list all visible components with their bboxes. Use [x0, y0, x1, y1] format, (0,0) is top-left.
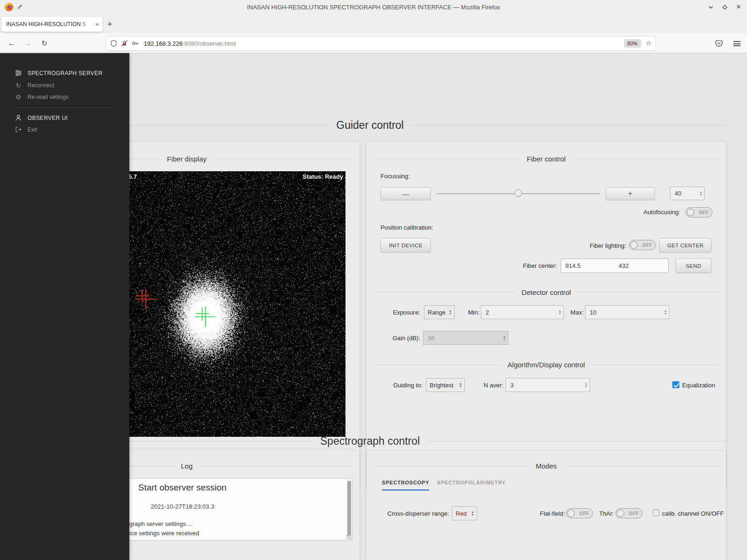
exposure-min-spinner[interactable]: ▴▾	[557, 306, 564, 319]
fiber-lighting-toggle-knob	[630, 241, 638, 249]
new-tab-icon[interactable]: +	[107, 21, 113, 28]
fiber-center-x-field[interactable]	[561, 259, 615, 273]
spectrograph-control-title: Spectrograph control	[320, 435, 420, 448]
select-arrows-icon: ▴▾	[472, 511, 473, 516]
equalization-checkbox[interactable]	[672, 381, 679, 388]
sidebar-item-reconnect[interactable]: ↻ Reconnect	[15, 82, 54, 89]
exposure-mode-value: Range	[428, 309, 445, 316]
insecure-lock-icon[interactable]	[121, 40, 128, 47]
log-scrollbar[interactable]	[346, 479, 352, 539]
log-timestamp: 2021-10-27T16:23:03.3	[151, 503, 214, 510]
max-label: Max:	[571, 309, 584, 316]
flat-field-toggle[interactable]: OFF	[566, 508, 593, 518]
focus-plus-button[interactable]: +	[606, 187, 655, 200]
log-line: ice settings were received	[129, 530, 199, 537]
sidebar-item-exit[interactable]: Exit	[15, 126, 37, 133]
log-resize-handle-icon[interactable]	[346, 534, 352, 539]
fiber-center-y-field[interactable]	[614, 259, 669, 273]
get-center-button[interactable]: GET CENTER	[659, 238, 712, 252]
url-path: :8080/observer.html	[183, 40, 236, 47]
fiber-lighting-label: Fiber lighting:	[590, 242, 626, 249]
sidebar-ui-header-label: OBSERVER UI	[28, 115, 68, 121]
flat-field-toggle-knob	[567, 510, 575, 517]
n-aver-spinner[interactable]: ▴▾	[583, 378, 590, 392]
exposure-max-input[interactable]	[585, 306, 662, 319]
maximize-icon[interactable]	[721, 3, 728, 11]
send-button[interactable]: SEND	[676, 259, 712, 273]
n-aver-input[interactable]	[506, 378, 583, 392]
fiber-center-label: Fiber center:	[523, 262, 557, 269]
exposure-min-input[interactable]	[481, 306, 557, 319]
fiber-center-y-input[interactable]	[614, 259, 668, 273]
menu-hamburger-icon[interactable]	[733, 41, 740, 46]
exposure-min-field[interactable]: ▴▾	[481, 305, 564, 319]
sidebar-item-label: Exit	[28, 126, 37, 133]
focus-minus-label: —	[402, 190, 409, 198]
forward-icon[interactable]: →	[21, 34, 35, 53]
n-aver-field[interactable]: ▴▾	[506, 378, 590, 392]
fiber-center-x-input[interactable]	[561, 259, 614, 273]
url-text[interactable]: 192.168.3.226:8080/observer.html	[144, 40, 624, 47]
calib-channel-checkbox[interactable]	[653, 510, 659, 516]
bookmark-star-icon[interactable]: ☆	[646, 39, 652, 48]
zoom-level-badge[interactable]: 80%	[624, 39, 641, 48]
tab-close-icon[interactable]: ×	[92, 21, 99, 28]
focus-minus-button[interactable]: —	[381, 187, 431, 200]
cross-disperser-select[interactable]: Red ▴▾	[452, 506, 477, 520]
minimize-icon[interactable]	[707, 3, 714, 11]
fiber-camera-image[interactable]: 55.7 Status: Ready	[93, 171, 345, 437]
back-icon[interactable]: ←	[5, 34, 19, 53]
gain-spinner: ▴▾	[501, 331, 508, 344]
pocket-icon[interactable]	[715, 39, 723, 48]
exposure-max-spinner[interactable]: ▴▾	[662, 306, 669, 319]
app-sidebar: SPECTROGRAPH SERVER ↻ Reconnect ⚙ Re-rea…	[0, 53, 129, 560]
thar-toggle-knob	[617, 510, 624, 517]
sidebar-item-reread-settings[interactable]: ⚙ Re-read settings	[15, 93, 69, 100]
log-entry-title: Start observer session	[138, 483, 226, 493]
calib-channel-label: calib. channel ON/OFF	[662, 510, 724, 517]
exposure-max-field[interactable]: ▴▾	[585, 305, 669, 319]
focus-spinner[interactable]: ▴▾	[698, 187, 704, 200]
focus-slider[interactable]	[437, 193, 600, 194]
url-bar[interactable]: 192.168.3.226:8080/observer.html 80% ☆	[106, 36, 655, 50]
tab-spectropolarimetry[interactable]: SPECTROPOLARIMETRY	[437, 480, 506, 490]
log-legend-text: Log	[181, 462, 192, 470]
flat-field-state: OFF	[575, 511, 589, 516]
reconnect-refresh-icon: ↻	[15, 82, 22, 89]
focus-value-field[interactable]: ▴▾	[670, 187, 705, 200]
detector-control-legend-text: Detector control	[521, 288, 571, 296]
tab-spectroscopy[interactable]: SPECTROSCOPY	[382, 480, 429, 490]
tab-title: INASAN HIGH-RESOLUTION S	[6, 21, 92, 28]
log-scrollbar-thumb[interactable]	[347, 481, 351, 536]
modes-card: Modes SPECTROSCOPY SPECTROPOLARIMETRY Cr…	[366, 451, 726, 560]
sidebar-divider	[15, 107, 116, 108]
guiding-to-label: Guiding to:	[393, 382, 423, 389]
firefox-window: INASAN HIGH-RESOLUTION SPECTROGRAPH OBSE…	[0, 0, 747, 560]
key-icon[interactable]	[132, 40, 139, 47]
exposure-mode-select[interactable]: Range ▴▾	[424, 305, 455, 319]
init-device-button[interactable]: INIT DEVICE	[381, 238, 431, 252]
algorithm-control-legend: Algorithm/Display control	[374, 361, 719, 369]
min-label: Min:	[468, 309, 479, 316]
sidebar-header-spectrograph-server: SPECTROGRAPH SERVER	[15, 70, 103, 77]
cross-disperser-label: Cross-disperser range:	[388, 510, 449, 517]
shield-icon[interactable]	[110, 40, 117, 47]
focus-slider-knob[interactable]	[514, 189, 522, 197]
focus-value-input[interactable]	[670, 187, 698, 200]
tab-bar: INASAN HIGH-RESOLUTION S × +	[0, 14, 747, 34]
reload-icon[interactable]: ↻	[37, 34, 51, 53]
exposure-label: Exposure:	[393, 309, 420, 316]
autofocusing-toggle[interactable]: OFF	[685, 207, 712, 217]
thar-toggle[interactable]: OFF	[615, 508, 642, 518]
gain-label: Gain (dB):	[393, 335, 420, 342]
init-device-label: INIT DEVICE	[389, 243, 423, 248]
window-title: INASAN HIGH-RESOLUTION SPECTROGRAPH OBSE…	[0, 4, 747, 11]
close-window-icon[interactable]: ×	[735, 3, 742, 11]
fiber-lighting-toggle[interactable]: OFF	[629, 240, 656, 250]
browser-tab[interactable]: INASAN HIGH-RESOLUTION S ×	[1, 17, 103, 32]
algorithm-control-legend-text: Algorithm/Display control	[507, 361, 585, 369]
detector-control-legend: Detector control	[374, 288, 719, 296]
guiding-to-select[interactable]: Brightest ▴▾	[426, 378, 465, 392]
gain-field[interactable]: ▴▾	[423, 331, 508, 345]
log-line: graph server settings ...	[129, 520, 193, 527]
